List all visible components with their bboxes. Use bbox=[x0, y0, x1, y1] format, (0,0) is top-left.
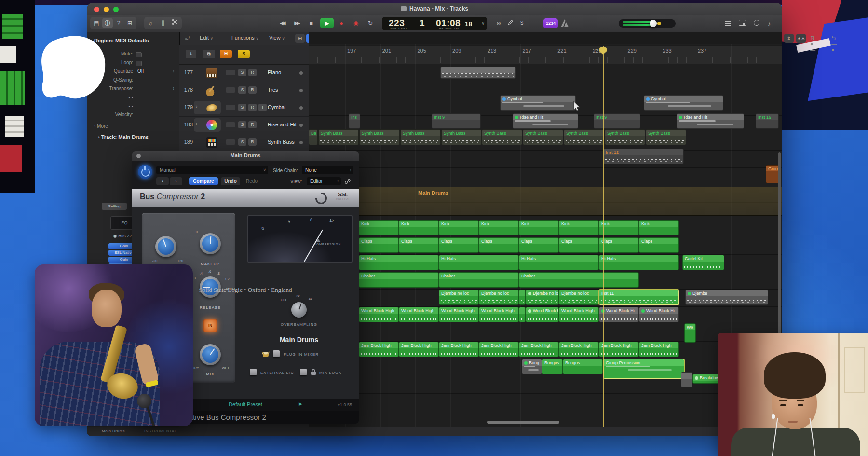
compare-button[interactable]: Compare bbox=[189, 177, 218, 185]
region-jam-block-high[interactable]: Jam Block High bbox=[439, 342, 479, 357]
onoff-toggle[interactable] bbox=[226, 122, 235, 127]
region-wood-block-hi[interactable]: Wood Block Hi bbox=[639, 307, 679, 322]
disclosure-icon[interactable]: › bbox=[196, 121, 197, 126]
vertical-scrollbar[interactable] bbox=[778, 152, 781, 360]
add-track-button[interactable]: + bbox=[186, 50, 196, 58]
track-row-rise-and-hit[interactable]: 183›SRRise and Hit bbox=[179, 116, 309, 134]
region-cymbal[interactable]: Cymbal bbox=[644, 95, 723, 111]
track-inspector-header[interactable]: › Track: Main Drums bbox=[98, 134, 149, 140]
region-cymbal[interactable]: Cymbal bbox=[500, 95, 576, 111]
region-djembe-no-loc[interactable]: Djembe no loc bbox=[439, 290, 479, 305]
region-kick[interactable]: Kick bbox=[359, 220, 399, 235]
window-titlebar[interactable]: Havana - Mix - Tracks bbox=[87, 3, 782, 15]
region-hi-hats[interactable]: Hi-Hats bbox=[359, 255, 439, 270]
footer-tab-main-drums[interactable]: Main Drums bbox=[102, 429, 125, 433]
threshold-knob[interactable] bbox=[155, 236, 176, 257]
s-button[interactable]: S bbox=[238, 121, 246, 128]
region-wood-block-hi[interactable]: Wood Block Hi bbox=[599, 307, 639, 322]
region-synth-bass[interactable]: Synth Bass bbox=[523, 129, 563, 145]
menu-functions[interactable]: Functions ∨ bbox=[231, 35, 259, 41]
next-preset-button[interactable]: › bbox=[170, 177, 182, 185]
track-row-cymbal[interactable]: 179›SRICymbal bbox=[179, 99, 309, 117]
horizontal-scrollbar[interactable] bbox=[487, 421, 559, 424]
count-in-badge[interactable]: 1234 bbox=[543, 18, 558, 28]
region-more-disclosure[interactable]: › More bbox=[94, 124, 108, 129]
region-bongos[interactable]: Bongos bbox=[542, 359, 563, 374]
region-clip[interactable] bbox=[440, 67, 516, 79]
region-group-percussion[interactable]: Group Percussion bbox=[603, 359, 684, 379]
region-kick[interactable]: Kick bbox=[399, 220, 439, 235]
compressor-in-button[interactable]: IN bbox=[203, 319, 217, 332]
region-wood-block-high[interactable]: Wood Block High bbox=[439, 307, 479, 322]
playhead-line[interactable] bbox=[603, 46, 604, 427]
onoff-toggle[interactable] bbox=[226, 105, 235, 110]
redo-button[interactable]: Redo bbox=[242, 177, 261, 185]
region-kick[interactable]: Kick bbox=[599, 220, 639, 235]
region-clip[interactable] bbox=[681, 372, 692, 387]
region-rise-and-hit[interactable]: Rise and Hit bbox=[677, 113, 744, 129]
r-button[interactable]: R bbox=[248, 86, 257, 94]
mix-knob[interactable] bbox=[200, 344, 221, 365]
onoff-toggle[interactable] bbox=[226, 70, 235, 75]
region-inst-9[interactable]: Inst 9 bbox=[432, 113, 481, 129]
r-button[interactable]: R bbox=[248, 138, 257, 146]
region-jam-block-high[interactable]: Jam Block High bbox=[399, 342, 439, 357]
region-claps[interactable]: Claps bbox=[399, 237, 439, 253]
region-wo[interactable]: Wo bbox=[684, 323, 696, 343]
notepad-icon[interactable] bbox=[737, 19, 747, 28]
region-djembe-no-loc[interactable]: Djembe no loc bbox=[479, 290, 519, 305]
region-inst-16[interactable]: Inst 16 bbox=[756, 113, 779, 129]
plugin-power-button[interactable] bbox=[138, 165, 152, 179]
editors-scissors-icon[interactable] bbox=[169, 18, 180, 28]
region-claps[interactable]: Claps bbox=[599, 237, 639, 253]
region-ba[interactable]: Ba bbox=[309, 129, 318, 145]
s-button[interactable]: S bbox=[238, 86, 246, 94]
region-claps[interactable]: Claps bbox=[519, 237, 559, 253]
region-cartel-kit[interactable]: Cartel Kit bbox=[682, 255, 724, 270]
toolbar-icon[interactable]: ⊞ bbox=[124, 18, 135, 28]
region-kick[interactable]: Kick bbox=[479, 220, 519, 235]
onoff-toggle[interactable] bbox=[226, 139, 235, 145]
menu-view[interactable]: View ∨ bbox=[269, 35, 285, 41]
region-synth-bass[interactable]: Synth Bass bbox=[646, 129, 686, 145]
mix-lock-checkbox[interactable] bbox=[300, 369, 307, 375]
s-button[interactable]: S bbox=[238, 69, 246, 76]
region-djembe[interactable]: Djembe bbox=[685, 290, 768, 305]
side-chain-dropdown[interactable]: None↕ bbox=[302, 166, 353, 174]
record-button[interactable]: ● bbox=[336, 18, 347, 28]
region-wood-block-high[interactable]: Wood Block High bbox=[399, 307, 439, 322]
region-synth-bass[interactable]: Synth Bass bbox=[564, 129, 604, 145]
waveform-zoom-icon[interactable]: ⇕ bbox=[784, 34, 794, 43]
region-synth-bass[interactable]: Synth Bass bbox=[441, 129, 482, 145]
region-claps[interactable]: Claps bbox=[359, 237, 399, 253]
plugin-mixer-checkbox[interactable] bbox=[273, 350, 280, 357]
region-claps[interactable]: Claps bbox=[639, 237, 679, 253]
region-jam-block-high[interactable]: Jam Block High bbox=[559, 342, 599, 357]
region-shaker[interactable]: Shaker bbox=[519, 272, 639, 288]
capture-record-icon[interactable]: ◉ bbox=[351, 18, 361, 28]
track-row-piano[interactable]: 177SRPiano bbox=[179, 64, 309, 82]
inspector-row-velocity[interactable]: Velocity: bbox=[87, 111, 179, 119]
volume-knob[interactable] bbox=[650, 20, 657, 27]
prev-preset-button[interactable]: ‹ bbox=[156, 177, 169, 185]
s-button[interactable]: S bbox=[238, 104, 246, 111]
region-jam-block-high[interactable]: Jam Block High bbox=[359, 342, 399, 357]
region-kick[interactable]: Kick bbox=[639, 220, 679, 235]
region-wood-block-high[interactable]: Wood Block High bbox=[479, 307, 519, 322]
makeup-knob[interactable] bbox=[200, 233, 221, 254]
region-rise-and-hit[interactable]: Rise and Hit bbox=[513, 113, 578, 129]
track-row-synth-bass[interactable]: 189SRSynth Bass bbox=[179, 134, 309, 152]
r-button[interactable]: R bbox=[248, 69, 257, 76]
region-jam-block-high[interactable]: Jam Block High bbox=[599, 342, 639, 357]
region-shaker[interactable]: Shaker bbox=[359, 272, 439, 288]
region-wood-block-h[interactable]: Wood Block H bbox=[526, 307, 559, 322]
master-level-meter[interactable] bbox=[619, 19, 676, 28]
region-jam-block-high[interactable]: Jam Block High bbox=[519, 342, 559, 357]
region-inst-12[interactable]: Inst 12 bbox=[603, 149, 684, 164]
play-button[interactable]: ▶ bbox=[320, 18, 334, 28]
link-icon[interactable] bbox=[344, 178, 351, 187]
region-wood-block-high[interactable]: Wood Block High bbox=[559, 307, 599, 322]
rewind-button[interactable]: ◀◀ bbox=[277, 18, 287, 28]
region-inst-9[interactable]: Inst 9 bbox=[594, 113, 640, 129]
preset-field[interactable]: Manual∨ bbox=[156, 166, 268, 174]
